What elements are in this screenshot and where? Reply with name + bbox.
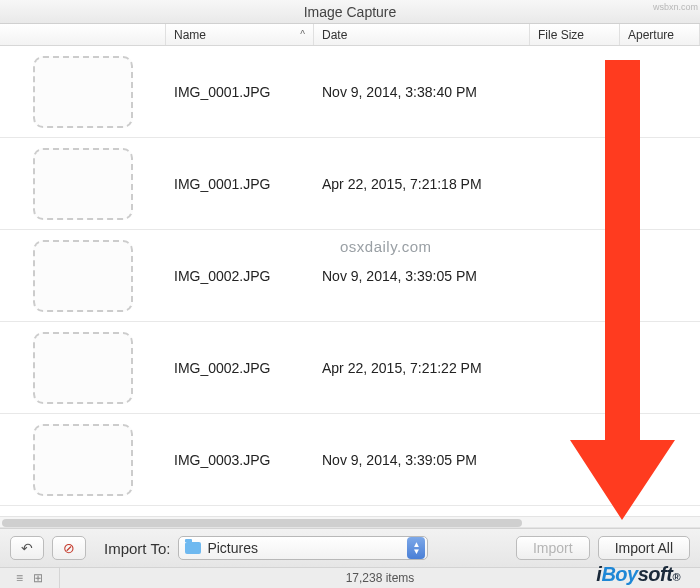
rotate-button[interactable]: ↶ [10,536,44,560]
column-aperture[interactable]: Aperture [620,24,700,45]
file-date: Nov 9, 2014, 3:39:05 PM [314,452,530,468]
file-date: Nov 9, 2014, 3:38:40 PM [314,84,530,100]
file-name: IMG_0001.JPG [166,176,314,192]
thumbnail-placeholder [33,240,133,312]
import-destination-value: Pictures [207,540,258,556]
file-name: IMG_0001.JPG [166,84,314,100]
view-mode-toggle[interactable]: ≡ ⊞ [0,568,60,588]
column-file-size[interactable]: File Size [530,24,620,45]
table-row[interactable]: IMG_0003.JPG Nov 9, 2014, 3:39:05 PM [0,414,700,506]
thumbnail-placeholder [33,56,133,128]
file-list[interactable]: IMG_0001.JPG Nov 9, 2014, 3:38:40 PM IMG… [0,46,700,516]
window-title: Image Capture [0,0,700,24]
sort-indicator-icon: ^ [300,29,305,40]
status-bar: ≡ ⊞ 17,238 items [0,568,700,588]
column-thumbnail[interactable] [0,24,166,45]
import-button[interactable]: Import [516,536,590,560]
file-date: Nov 9, 2014, 3:39:05 PM [314,268,530,284]
column-date[interactable]: Date [314,24,530,45]
file-date: Apr 22, 2015, 7:21:18 PM [314,176,530,192]
table-row[interactable]: IMG_0002.JPG Nov 9, 2014, 3:39:05 PM [0,230,700,322]
horizontal-scrollbar[interactable] [0,516,700,528]
file-name: IMG_0002.JPG [166,268,314,284]
column-headers: Name ^ Date File Size Aperture [0,24,700,46]
column-name[interactable]: Name ^ [166,24,314,45]
scrollbar-thumb[interactable] [2,519,522,527]
grid-view-icon: ⊞ [33,571,43,585]
table-row[interactable]: IMG_0001.JPG Nov 9, 2014, 3:38:40 PM [0,46,700,138]
import-to-label: Import To: [104,540,170,557]
list-view-icon: ≡ [16,571,23,585]
dropdown-arrows-icon: ▲▼ [407,537,425,559]
import-destination-select[interactable]: Pictures ▲▼ [178,536,428,560]
table-row[interactable]: IMG_0002.JPG Apr 22, 2015, 7:21:22 PM [0,322,700,414]
iboysoft-logo: iBoysoft® [596,563,680,586]
file-date: Apr 22, 2015, 7:21:22 PM [314,360,530,376]
thumbnail-placeholder [33,148,133,220]
import-all-button[interactable]: Import All [598,536,690,560]
table-row[interactable]: IMG_0001.JPG Apr 22, 2015, 7:21:18 PM [0,138,700,230]
file-name: IMG_0003.JPG [166,452,314,468]
file-name: IMG_0002.JPG [166,360,314,376]
folder-icon [185,542,201,554]
bottom-toolbar: ↶ ⊘ Import To: Pictures ▲▼ Import Import… [0,528,700,568]
thumbnail-placeholder [33,332,133,404]
delete-button[interactable]: ⊘ [52,536,86,560]
thumbnail-placeholder [33,424,133,496]
corner-watermark: wsbxn.com [653,2,698,12]
column-name-label: Name [174,28,206,42]
